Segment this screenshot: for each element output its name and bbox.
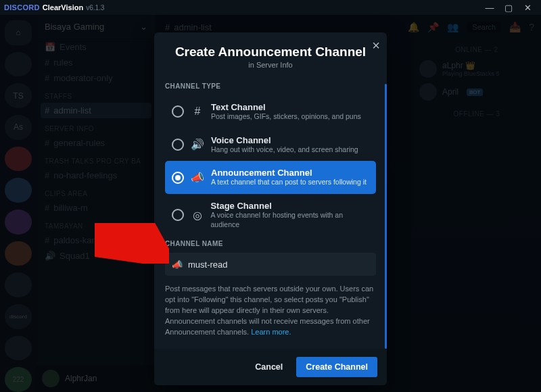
channel-name-label: CHANNEL NAME — [165, 240, 376, 247]
hash-icon: # — [191, 105, 204, 118]
scrollbar[interactable] — [385, 84, 387, 349]
channel-name-field[interactable]: 📣 — [165, 253, 376, 276]
close-icon[interactable]: × — [372, 38, 380, 53]
option-name: Voice Channel — [211, 135, 358, 145]
radio-icon — [172, 105, 184, 118]
option-announcement-channel[interactable]: 📣 Announcement ChannelA text channel tha… — [165, 161, 376, 194]
option-voice-channel[interactable]: 🔊 Voice ChannelHang out with voice, vide… — [165, 128, 376, 162]
option-desc: Hang out with voice, video, and screen s… — [211, 145, 358, 155]
modal-footer: Cancel Create Channel — [154, 349, 387, 385]
option-text-channel[interactable]: # Text ChannelPost images, GIFs, sticker… — [165, 95, 376, 128]
window-minimize-icon[interactable]: — — [480, 3, 499, 13]
option-stage-channel[interactable]: ◎ Stage ChannelA voice channel for hosti… — [165, 194, 376, 236]
theme-version: v6.1.3 — [86, 4, 104, 11]
channel-type-label: CHANNEL TYPE — [165, 82, 376, 90]
radio-icon — [172, 172, 184, 184]
modal-title: Create Announcement Channel — [154, 32, 387, 61]
help-text: Post messages that reach servers outside… — [165, 284, 376, 345]
window-titlebar: DISCORD ClearVision v6.1.3 — ▢ ✕ — [0, 0, 541, 15]
stage-icon: ◎ — [191, 209, 204, 222]
channel-name-input[interactable] — [188, 260, 369, 270]
radio-icon — [172, 209, 184, 221]
window-close-icon[interactable]: ✕ — [518, 3, 537, 13]
option-name: Announcement Channel — [211, 168, 367, 178]
modal-overlay: × Create Announcement Channel in Server … — [0, 15, 541, 392]
option-name: Text Channel — [211, 102, 361, 112]
option-desc: A text channel that can post to servers … — [211, 178, 367, 187]
option-desc: A voice channel for hosting events with … — [210, 211, 369, 229]
option-desc: Post images, GIFs, stickers, opinions, a… — [211, 112, 361, 122]
theme-name: ClearVision — [43, 3, 83, 11]
create-channel-button[interactable]: Create Channel — [296, 357, 377, 377]
learn-more-link[interactable]: Learn more. — [251, 328, 291, 336]
window-maximize-icon[interactable]: ▢ — [499, 3, 518, 13]
option-name: Stage Channel — [210, 201, 369, 211]
radio-icon — [172, 139, 184, 151]
discord-wordmark: DISCORD — [4, 3, 40, 11]
create-channel-modal: × Create Announcement Channel in Server … — [154, 32, 387, 385]
megaphone-icon: 📣 — [191, 171, 204, 184]
megaphone-icon: 📣 — [172, 260, 183, 270]
modal-subtitle: in Server Info — [154, 61, 387, 78]
speaker-icon: 🔊 — [191, 138, 204, 151]
cancel-button[interactable]: Cancel — [245, 357, 292, 377]
